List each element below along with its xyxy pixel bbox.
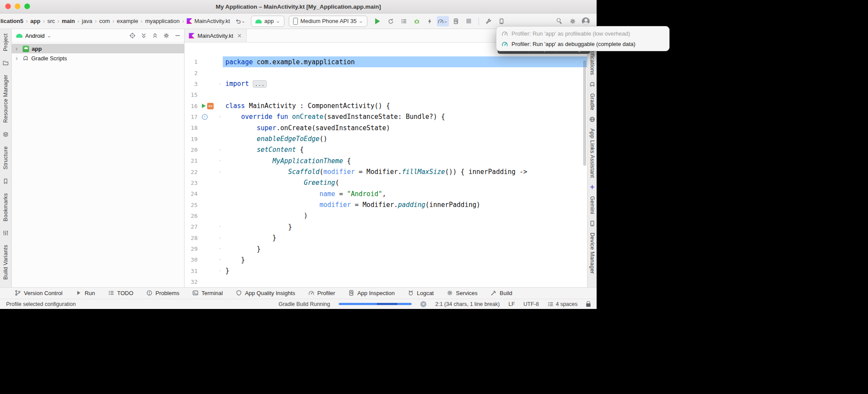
- tool-window-problems[interactable]: Problems: [146, 290, 179, 296]
- locate-file-icon[interactable]: [129, 33, 135, 39]
- tool-button-bookmarks[interactable]: Bookmarks: [3, 193, 9, 221]
- hide-panel-icon[interactable]: [175, 33, 181, 39]
- elephant-icon[interactable]: [589, 81, 595, 87]
- code-text[interactable]: super.onCreate(savedInstanceState): [223, 122, 587, 133]
- fold-marker[interactable]: ▫: [217, 159, 223, 163]
- code-text[interactable]: }: [223, 243, 587, 254]
- code-text[interactable]: Greeting(: [223, 177, 587, 188]
- code-text[interactable]: class MainActivity : ComponentActivity()…: [223, 100, 587, 111]
- project-view-select[interactable]: Android: [25, 33, 45, 39]
- fold-marker[interactable]: ▫: [217, 258, 223, 262]
- tool-button-gradle[interactable]: Gradle: [589, 93, 595, 110]
- maximize-button[interactable]: [24, 3, 30, 9]
- minimize-button[interactable]: [15, 3, 20, 9]
- history-back-icon[interactable]: ⌄: [234, 16, 246, 26]
- tool-window-services[interactable]: Services: [447, 290, 478, 296]
- code-text[interactable]: modifier = Modifier.padding(innerPadding…: [223, 199, 587, 210]
- breadcrumb-item-app[interactable]: app: [30, 17, 41, 25]
- tree-item-app[interactable]: ›app: [12, 44, 184, 53]
- debug-button[interactable]: [411, 16, 423, 26]
- run-line-icon[interactable]: [202, 104, 206, 108]
- tool-window-terminal[interactable]: Terminal: [192, 290, 223, 296]
- indent-indicator[interactable]: 4 spaces: [548, 301, 578, 307]
- title-bar[interactable]: My Application – MainActivity.kt [My_App…: [0, 0, 597, 13]
- tool-window-build[interactable]: Build: [491, 290, 512, 296]
- tool-window-run[interactable]: Run: [76, 290, 95, 296]
- code-text[interactable]: }: [223, 233, 587, 243]
- tool-window-profiler[interactable]: Profiler: [308, 290, 335, 296]
- tool-button-project[interactable]: Project: [3, 33, 9, 51]
- code-text[interactable]: [223, 89, 587, 100]
- tool-window-todo[interactable]: TODO: [108, 290, 133, 296]
- tool-button-device-manager[interactable]: Device Manager: [589, 233, 595, 274]
- layers-icon[interactable]: [3, 131, 9, 138]
- breadcrumb-item-myapplication[interactable]: myapplication: [145, 17, 180, 25]
- code-text[interactable]: }: [223, 221, 587, 232]
- close-tab-icon[interactable]: ✕: [237, 33, 242, 39]
- build-menu-button[interactable]: [398, 16, 410, 26]
- collapse-all-icon[interactable]: [152, 33, 158, 39]
- tool-window-logcat[interactable]: Logcat: [408, 290, 434, 296]
- breadcrumb-item-lication5[interactable]: lication5: [0, 17, 24, 25]
- code-text[interactable]: package com.example.myapplication: [223, 56, 587, 67]
- editor-scrollbar[interactable]: [583, 60, 586, 166]
- stop-button[interactable]: [463, 16, 475, 26]
- tool-window-app-inspection[interactable]: App Inspection: [348, 290, 395, 296]
- compose-preview-icon[interactable]: <>: [207, 103, 214, 109]
- lock-icon[interactable]: [586, 303, 591, 307]
- breadcrumb-item-com[interactable]: com: [99, 17, 110, 25]
- gemini-icon[interactable]: [589, 184, 595, 190]
- rerun-button[interactable]: [385, 16, 397, 26]
- breadcrumb-item-mainactivity-kt[interactable]: MainActivity.kt: [186, 17, 231, 25]
- tool-button-app-links-assistant[interactable]: App Links Assistant: [589, 128, 595, 178]
- code-text[interactable]: }: [223, 266, 587, 276]
- fold-marker[interactable]: ▫: [217, 115, 223, 119]
- tool-button-gemini[interactable]: Gemini: [589, 196, 595, 214]
- tool-button-build-variants[interactable]: Build Variants: [3, 245, 9, 279]
- override-icon[interactable]: ↑: [202, 114, 208, 120]
- fold-marker[interactable]: ▫: [217, 247, 223, 251]
- panel-settings-gear-icon[interactable]: [163, 33, 169, 39]
- caret-position[interactable]: 2:1 (34 chars, 1 line break): [435, 301, 500, 307]
- breadcrumb-item-java[interactable]: java: [82, 17, 93, 25]
- code-text[interactable]: [223, 276, 587, 287]
- variants-icon[interactable]: [3, 230, 9, 236]
- fold-marker[interactable]: ▫: [217, 236, 223, 240]
- account-button[interactable]: [580, 16, 592, 26]
- breadcrumb-item-main[interactable]: main: [61, 17, 75, 25]
- close-button[interactable]: [5, 3, 11, 9]
- apply-changes-button[interactable]: [424, 16, 436, 26]
- line-ending-indicator[interactable]: LF: [508, 301, 515, 307]
- code-text[interactable]: }: [223, 254, 587, 265]
- tool-button-structure[interactable]: Structure: [3, 146, 9, 169]
- fold-marker[interactable]: ▫: [217, 82, 223, 86]
- code-area[interactable]: 1package com.example.myapplication23▫imp…: [185, 42, 587, 287]
- code-text[interactable]: ): [223, 210, 587, 221]
- fold-marker[interactable]: ▫: [217, 170, 223, 174]
- folder-icon[interactable]: [3, 60, 9, 66]
- run-configuration-select[interactable]: app ⌄: [251, 16, 284, 27]
- run-button[interactable]: [372, 16, 384, 26]
- sdk-manager-button[interactable]: [482, 16, 495, 26]
- code-text[interactable]: override fun onCreate(savedInstanceState…: [223, 112, 587, 122]
- profiler-button[interactable]: ⌄: [437, 16, 449, 26]
- tab-mainactivity[interactable]: MainActivity.kt ✕: [185, 29, 247, 42]
- code-text[interactable]: MyApplicationTheme {: [223, 155, 587, 166]
- code-text[interactable]: name = "Android",: [223, 188, 587, 199]
- tool-window-version-control[interactable]: Version Control: [15, 290, 63, 296]
- tool-button-resource-manager[interactable]: Resource Manager: [3, 75, 9, 123]
- chevron-down-icon[interactable]: ⌄: [46, 33, 52, 38]
- code-text[interactable]: import ...: [223, 79, 587, 89]
- bookmark-icon[interactable]: [3, 178, 9, 184]
- popup-item-profiler-run-app-as-debugga[interactable]: Profiler: Run 'app' as debuggable (compl…: [496, 39, 669, 49]
- globe-icon[interactable]: [589, 116, 595, 122]
- tool-window-app-quality-insights[interactable]: App Quality Insights: [236, 290, 295, 296]
- cancel-build-icon[interactable]: ✕: [420, 301, 426, 307]
- code-text[interactable]: setContent {: [223, 144, 587, 155]
- settings-button[interactable]: [567, 16, 579, 26]
- fold-marker[interactable]: ▫: [217, 225, 223, 229]
- fold-marker[interactable]: ▫: [217, 269, 223, 273]
- device-mirror-button[interactable]: [495, 16, 508, 26]
- code-text[interactable]: enableEdgeToEdge(): [223, 133, 587, 144]
- encoding-indicator[interactable]: UTF-8: [524, 301, 539, 307]
